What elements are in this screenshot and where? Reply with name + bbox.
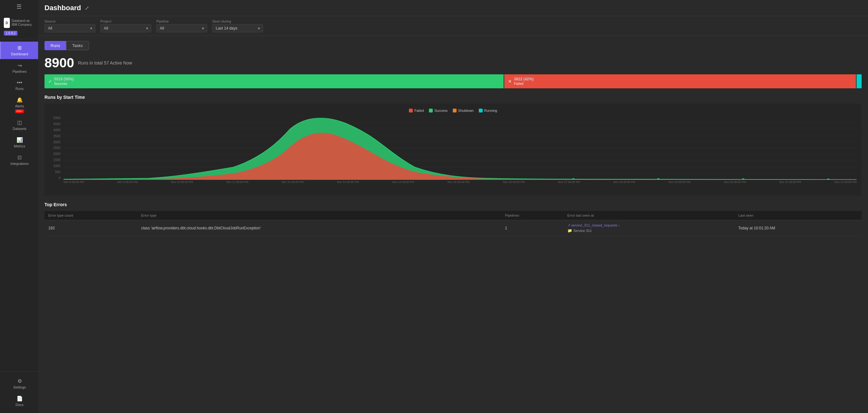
progress-success[interactable]: ✓ 5019 (56%) Success [44,74,503,88]
errors-table: Error type count Error type Pipelines Er… [44,211,862,236]
sidebar-item-label: Integrations [10,162,29,165]
pipeline-filter-group: Pipeline All ▼ [156,20,207,32]
failed-status: Failed [514,81,533,86]
chart-svg [64,116,857,180]
runs-chart-section: Runs by Start Time Failed Success Shutdo… [44,95,862,196]
legend-running-dot [479,109,483,113]
project-select-wrapper: All ▼ [100,24,151,32]
pipeline-link-text: service_311_closed_requests [571,223,618,227]
service-tag: 📁 Service 311 [567,228,731,233]
legend-running: Running [479,109,497,113]
error-count-cell: 183 [44,220,137,236]
integrations-icon: ⊡ [18,154,22,160]
sidebar-item-metrics[interactable]: 📊 Metrics [0,134,38,151]
chart-area: 5000 4500 4000 3500 3000 2500 2000 1500 … [50,116,857,186]
sidebar-menu: ⊞ Dashboard ↝ Pipelines ••• Runs 🔔 Alert… [0,39,38,371]
datasets-icon: ◫ [17,120,22,126]
sidebar-item-dashboard[interactable]: ⊞ Dashboard [0,42,38,59]
success-count: 5019 (56%) [54,77,74,81]
share-icon[interactable]: ⤢ [85,5,89,11]
legend-success-label: Success [434,109,448,113]
errors-section-title: Top Errors [44,202,862,207]
table-row: 183 class 'airflow.providers.dbt.cloud.h… [44,220,862,236]
pipeline-select[interactable]: All [156,24,207,32]
seen-during-filter-label: Seen during [212,20,263,23]
sidebar-item-label: Runs [16,87,24,91]
source-select[interactable]: All [44,24,95,32]
pipelines-icon: ↝ [18,62,22,68]
sidebar-item-pipelines[interactable]: ↝ Pipelines [0,59,38,76]
sidebar-item-docs[interactable]: 📄 Docs [0,392,38,410]
sidebar-item-runs[interactable]: ••• Runs [0,76,38,94]
tab-tasks[interactable]: Tasks [66,41,89,50]
failed-icon: ✕ [508,79,512,84]
runs-progress-bar: ✓ 5019 (56%) Success ✕ 3822 (42%) Failed [44,74,862,88]
stats-label: Runs in total 57 Active Now [78,60,132,65]
success-icon: ✓ [48,79,52,84]
progress-failed[interactable]: ✕ 3822 (42%) Failed [504,74,856,88]
chart-yaxis: 5000 4500 4000 3500 3000 2500 2000 1500 … [50,116,62,180]
legend-failed-dot [409,109,413,113]
legend-running-label: Running [484,109,497,113]
sidebar-item-label: Dashboard [11,52,28,56]
sidebar: ☰ D Databand an IBM Company 1.0.9.2 ⊞ Da… [0,0,38,413]
seen-during-select-wrapper: Last 14 days Last 7 days Last 30 days ▼ [212,24,263,32]
error-type-cell: class 'airflow.providers.dbt.cloud.hooks… [137,220,501,236]
filters-bar: Source All ▼ Project All ▼ Pipeline All [38,16,868,36]
sidebar-footer: ⚙ Settings 📄 Docs [0,371,38,413]
sidebar-header: D Databand an IBM Company 1.0.9.2 [0,13,38,39]
svg-point-13 [742,179,744,180]
errors-table-body: 183 class 'airflow.providers.dbt.cloud.h… [44,220,862,236]
success-text: 5019 (56%) Success [54,77,74,86]
errors-header-row: Error type count Error type Pipelines Er… [44,211,862,220]
last-seen-cell: Today at 10:01:20 AM [735,220,862,236]
progress-running [857,74,862,88]
page-title: Dashboard [44,4,81,12]
project-filter-label: Project [100,20,151,23]
errors-table-header: Error type count Error type Pipelines Er… [44,211,862,220]
legend-shutdown-dot [453,109,457,113]
pipeline-link-cell: ↗ service_311_closed_requests › 📁 Servic… [564,220,735,236]
sidebar-item-label: Pipelines [12,70,27,73]
chart-svg-container [64,116,857,180]
folder-icon: 📁 [567,228,572,233]
sidebar-item-label: Datasets [13,127,26,131]
tab-runs[interactable]: Runs [44,41,66,50]
sidebar-item-datasets[interactable]: ◫ Datasets [0,116,38,134]
legend-failed: Failed [409,109,424,113]
pipeline-filter-label: Pipeline [156,20,207,23]
logo-icon: D [4,18,10,28]
failed-text: 3822 (42%) Failed [514,77,533,86]
sidebar-item-label: Alerts [15,104,24,108]
project-select[interactable]: All [100,24,151,32]
pipeline-link[interactable]: ↗ service_311_closed_requests › [567,223,731,227]
legend-success: Success [429,109,448,113]
col-pipelines: Pipelines [501,211,563,220]
chevron-right-icon: › [618,223,620,227]
pipeline-select-wrapper: All ▼ [156,24,207,32]
logo: D Databand an IBM Company [4,18,34,28]
source-select-wrapper: All ▼ [44,24,95,32]
sidebar-item-integrations[interactable]: ⊡ Integrations [0,151,38,169]
service-name: Service 311 [574,229,592,232]
sidebar-item-settings[interactable]: ⚙ Settings [0,375,38,392]
project-filter-group: Project All ▼ [100,20,151,32]
sidebar-toggle[interactable]: ☰ [0,0,38,13]
failed-count: 3822 (42%) [514,77,533,81]
sidebar-item-alerts[interactable]: 🔔 Alerts 999+ [0,94,38,116]
content-area: Runs Tasks 8900 Runs in total 57 Active … [38,36,868,413]
col-error-type: Error type [137,211,501,220]
col-error-last-seen-at: Error last seen at [564,211,735,220]
svg-point-11 [572,178,575,180]
legend-failed-label: Failed [414,109,424,113]
stats-row: 8900 Runs in total 57 Active Now [44,55,862,70]
col-error-count: Error type count [44,211,137,220]
chart-legend: Failed Success Shutdown Running [50,109,857,113]
chart-xaxis: Nov 8 06:00 PM Nov 9 06:00 PM Nov 10 06:… [64,181,857,186]
seen-during-select[interactable]: Last 14 days Last 7 days Last 30 days [212,24,263,32]
sidebar-item-label: Settings [13,385,26,389]
svg-point-14 [827,179,829,180]
seen-during-filter-group: Seen during Last 14 days Last 7 days Las… [212,20,263,32]
settings-icon: ⚙ [18,378,22,384]
pipelines-cell: 1 [501,220,563,236]
